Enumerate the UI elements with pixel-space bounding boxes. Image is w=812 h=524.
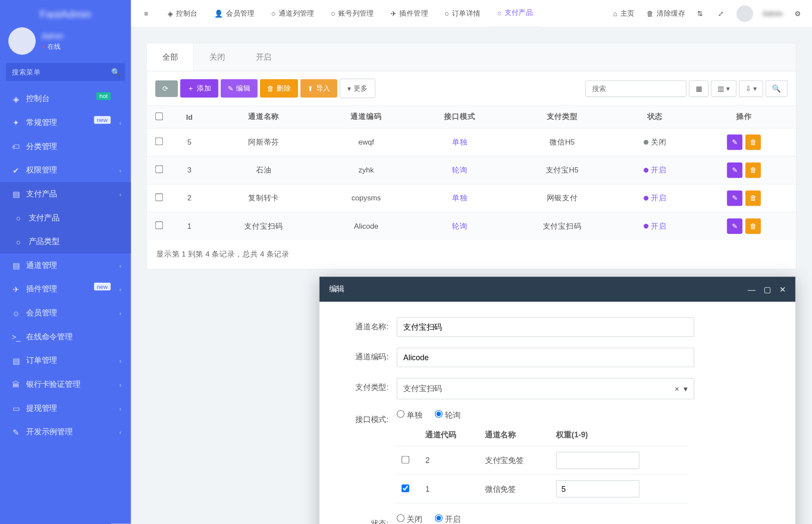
sidebar-item[interactable]: ☺会员管理‹ xyxy=(0,301,131,325)
dialog-header[interactable]: 编辑 — ▢ ✕ xyxy=(320,277,795,301)
input-channel-name[interactable] xyxy=(397,317,694,337)
sidebar-item[interactable]: ▤订单管理‹ xyxy=(0,349,131,373)
menu-icon: ☺ xyxy=(10,308,23,317)
row-edit-button[interactable]: ✎ xyxy=(727,135,743,150)
row-edit-button[interactable]: ✎ xyxy=(727,218,743,234)
row-delete-button[interactable]: 🗑 xyxy=(746,162,761,178)
topnav-action[interactable]: 🗑清除缓存 xyxy=(640,0,691,27)
edit-button[interactable]: ✎编辑 xyxy=(221,79,258,98)
delete-button[interactable]: 🗑删除 xyxy=(260,79,298,98)
cell-status[interactable]: 开启 xyxy=(618,212,692,240)
top-avatar[interactable] xyxy=(736,5,753,22)
filter-tab[interactable]: 关闭 xyxy=(194,44,240,71)
radio-status-off[interactable]: 关闭 xyxy=(397,515,422,524)
select-all-checkbox[interactable] xyxy=(155,112,163,120)
topnav-item[interactable]: ○账号列管理 xyxy=(323,0,382,27)
col-header[interactable]: 状态 xyxy=(618,106,692,128)
topnav-action[interactable]: ⌂主页 xyxy=(607,0,641,27)
cell-mode[interactable]: 轮询 xyxy=(452,166,468,174)
topnav-item[interactable]: ○订单详情 xyxy=(436,0,489,27)
sidebar-item[interactable]: ▭提现管理‹ xyxy=(0,396,131,420)
topnav-item[interactable]: ○通道列管理 xyxy=(263,0,323,27)
row-checkbox[interactable] xyxy=(155,138,163,145)
col-header[interactable]: 支付类型 xyxy=(506,106,618,128)
filter-tab[interactable]: 全部 xyxy=(147,44,194,71)
select-pay-type[interactable]: 支付宝扫码 × ▾ xyxy=(397,378,694,399)
topnav-item[interactable]: ✈插件管理 xyxy=(382,0,436,27)
radio-mode-poll[interactable]: 轮询 xyxy=(435,411,460,419)
row-delete-button[interactable]: 🗑 xyxy=(746,190,761,206)
edit-dialog: 编辑 — ▢ ✕ 通道名称: 通道编码: 支付类型: 支付宝扫码 × ▾ 接口模 xyxy=(320,277,795,524)
inner-checkbox[interactable] xyxy=(401,484,409,492)
topnav-item[interactable]: ≡ xyxy=(136,0,160,27)
row-edit-button[interactable]: ✎ xyxy=(727,162,743,178)
cell-mode[interactable]: 单独 xyxy=(452,138,468,146)
cell-status[interactable]: 开启 xyxy=(618,156,692,184)
col-header[interactable]: 操作 xyxy=(692,106,796,128)
inner-weight-input[interactable] xyxy=(556,480,639,498)
filter-tab[interactable]: 开启 xyxy=(240,44,287,71)
topnav-item[interactable]: 👤会员管理 xyxy=(206,0,263,27)
sidebar-subitem[interactable]: ○产品类型 xyxy=(0,230,131,254)
radio-status-on[interactable]: 开启 xyxy=(435,515,460,524)
menu-icon: >_ xyxy=(10,332,23,341)
row-checkbox[interactable] xyxy=(155,166,163,173)
col-header[interactable]: 接口模式 xyxy=(413,106,506,128)
sidebar-item[interactable]: ▤支付产品‹ xyxy=(0,182,131,206)
more-button[interactable]: ▾更多 xyxy=(340,78,375,98)
topnav-label: 插件管理 xyxy=(399,8,428,18)
topnav-action[interactable]: ⇅ xyxy=(691,0,712,27)
menu-search-button[interactable]: 🔍 xyxy=(107,63,125,81)
row-delete-button[interactable]: 🗑 xyxy=(746,218,761,234)
topnav-label: 清除缓存 xyxy=(657,8,685,18)
top-username[interactable]: Admin xyxy=(757,0,789,27)
close-icon[interactable]: ✕ xyxy=(779,285,786,294)
settings-button[interactable]: ⚙ xyxy=(789,0,807,27)
cell-status[interactable]: 开启 xyxy=(618,184,692,212)
sidebar-item[interactable]: ✎开发示例管理‹ xyxy=(0,420,131,444)
cell-ptype: 支付宝扫码 xyxy=(506,212,618,240)
sidebar-item[interactable]: ▤通道管理‹ xyxy=(0,254,131,277)
sidebar-subitem[interactable]: ○支付产品 xyxy=(0,206,131,230)
minimize-icon[interactable]: — xyxy=(748,285,755,294)
row-edit-button[interactable]: ✎ xyxy=(727,190,743,206)
sidebar-item[interactable]: ✦常规管理‹ xyxy=(0,111,131,135)
sidebar-item[interactable]: 🏛银行卡验证管理‹ xyxy=(0,372,131,396)
add-button[interactable]: ＋添加 xyxy=(180,79,218,98)
search-toggle-button[interactable]: 🔍 xyxy=(765,80,788,97)
add-label: 添加 xyxy=(197,83,211,93)
cell-ptype: 微信H5 xyxy=(506,128,618,156)
menu-search-input[interactable] xyxy=(6,63,107,81)
maximize-icon[interactable]: ▢ xyxy=(764,285,771,294)
cell-mode[interactable]: 轮询 xyxy=(452,222,468,230)
row-delete-button[interactable]: 🗑 xyxy=(746,135,761,150)
sidebar-item[interactable]: ✈插件管理‹ xyxy=(0,277,131,301)
col-header[interactable]: 通道编码 xyxy=(320,106,413,128)
topnav-item[interactable]: ○支付产品 xyxy=(489,0,542,27)
import-button[interactable]: ⬆导入 xyxy=(300,79,337,98)
cell-mode[interactable]: 单独 xyxy=(452,194,468,202)
topnav-item[interactable]: ◈控制台 xyxy=(159,0,206,27)
inner-checkbox[interactable] xyxy=(401,456,409,463)
sidebar-item[interactable]: 🏷分类管理 xyxy=(0,135,131,159)
menu-badge: new xyxy=(94,116,111,124)
col-header[interactable]: 通道名称 xyxy=(208,106,320,128)
columns-button[interactable]: ▥ ▾ xyxy=(711,80,736,97)
radio-mode-single[interactable]: 单独 xyxy=(397,411,422,419)
sidebar-item[interactable]: ✔权限管理‹ xyxy=(0,158,131,182)
export-button[interactable]: ⇩ ▾ xyxy=(738,80,763,97)
topnav-action[interactable]: ⤢ xyxy=(712,0,733,27)
toggle-view-button[interactable]: ▦ xyxy=(689,80,709,97)
refresh-button[interactable]: ⟳ xyxy=(155,80,178,97)
row-checkbox[interactable] xyxy=(155,221,163,229)
col-header[interactable] xyxy=(147,106,171,128)
cell-status[interactable]: 关闭 xyxy=(618,128,692,156)
col-header[interactable]: Id xyxy=(171,106,208,128)
table-row: 5 阿斯蒂芬 ewqf 单独 微信H5 关闭 ✎ 🗑 xyxy=(147,128,796,156)
inner-weight-input[interactable] xyxy=(556,452,639,469)
sidebar-item[interactable]: ◈控制台 xyxy=(0,87,131,111)
table-search-input[interactable] xyxy=(586,80,687,97)
sidebar-item[interactable]: >_在线命令管理 xyxy=(0,325,131,349)
row-checkbox[interactable] xyxy=(155,193,163,201)
input-channel-code[interactable] xyxy=(397,348,694,367)
